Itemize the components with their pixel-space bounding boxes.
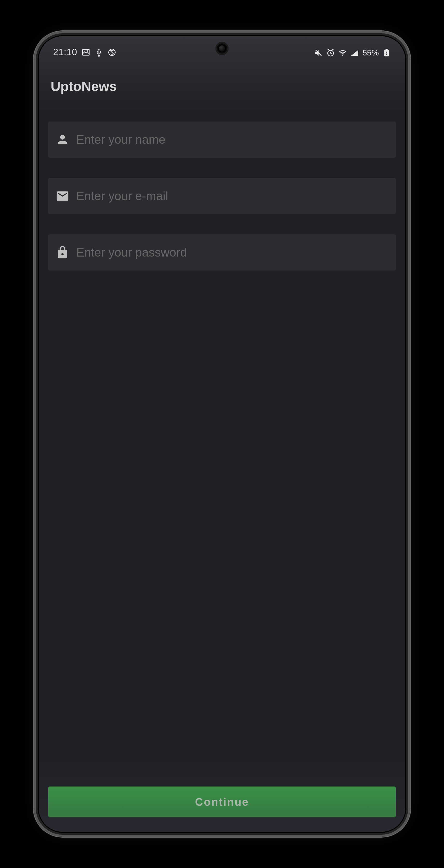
signal-icon	[350, 49, 359, 57]
app-header: UptoNews	[39, 60, 405, 110]
bottom-action-area: Continue	[39, 786, 405, 832]
svg-point-1	[87, 51, 88, 51]
password-input[interactable]	[76, 245, 388, 259]
svg-rect-5	[386, 49, 388, 50]
battery-percentage: 55%	[362, 48, 379, 57]
password-field-container[interactable]	[48, 235, 396, 271]
usb-icon	[95, 48, 103, 57]
continue-button[interactable]: Continue	[48, 786, 396, 817]
email-icon	[56, 189, 69, 203]
status-bar-left: 21:10	[53, 47, 116, 57]
person-icon	[56, 133, 69, 147]
email-field-container[interactable]	[48, 178, 396, 214]
status-bar-right: 55%	[314, 48, 391, 57]
name-input[interactable]	[76, 133, 388, 147]
mute-icon	[314, 49, 323, 57]
signup-form	[39, 110, 405, 786]
sync-off-icon	[108, 48, 116, 57]
alarm-icon	[326, 49, 335, 57]
phone-screen: 21:10	[39, 36, 405, 832]
camera-notch	[215, 42, 229, 55]
battery-charging-icon	[382, 49, 391, 57]
app-title: UptoNews	[51, 79, 393, 94]
wifi-icon	[338, 49, 347, 57]
image-icon	[82, 48, 90, 57]
email-input[interactable]	[76, 189, 388, 203]
lock-icon	[56, 245, 69, 259]
name-field-container[interactable]	[48, 122, 396, 158]
phone-frame: 21:10	[34, 31, 410, 837]
status-time: 21:10	[53, 47, 77, 57]
